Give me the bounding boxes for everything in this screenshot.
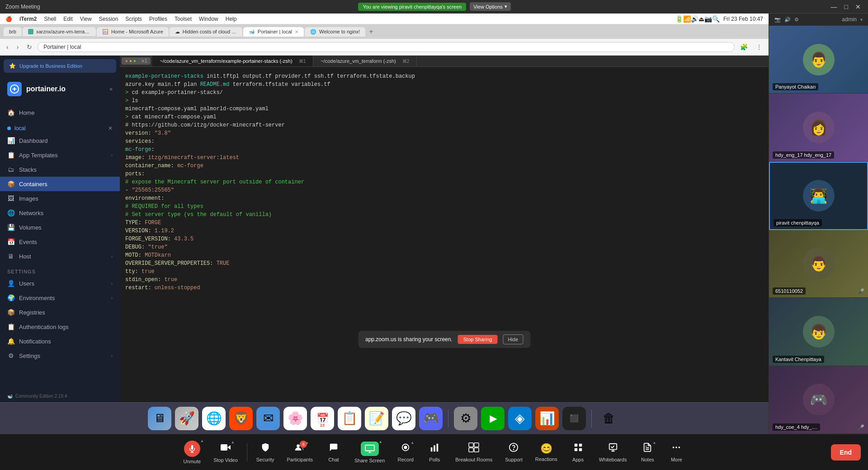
admin-dropdown-icon[interactable]: ▾ (860, 17, 863, 22)
dock-item-photos[interactable]: 🌸 (283, 407, 307, 430)
dock-item-code2[interactable]: ⬛ (562, 407, 586, 430)
toolbar-item-polls[interactable]: Polls (421, 439, 448, 466)
hide-button[interactable]: Hide (503, 334, 523, 344)
sidebar-item-images[interactable]: 🖼 Images (0, 191, 120, 206)
unmute-arrow-icon[interactable]: ▲ (200, 439, 204, 443)
dock-item-launchpad[interactable]: 🚀 (175, 407, 198, 430)
menubar-profiles[interactable]: Profiles (149, 16, 167, 22)
toolbar-item-participants[interactable]: 6 ▲ Participants (282, 439, 318, 466)
minimize-button[interactable]: — (829, 3, 839, 10)
menubar-view[interactable]: View (80, 16, 92, 22)
terminal-content[interactable]: example-portainer-stacks init.tftpl outp… (120, 67, 769, 293)
forward-button[interactable]: › (14, 42, 22, 52)
dock-item-iterm[interactable]: ▶ (481, 407, 505, 430)
stop-sharing-button[interactable]: Stop Sharing (458, 335, 498, 344)
sidebar-item-networks[interactable]: 🌐 Networks (0, 206, 120, 220)
browser-tab-nginx[interactable]: 🌐 Welcome to nginx! (305, 27, 365, 37)
menubar-toolset[interactable]: Toolset (175, 16, 192, 22)
svg-rect-19 (579, 443, 581, 446)
toolbar-item-more[interactable]: More (663, 439, 690, 466)
portainer-sidebar: ⭐ Upgrade to Business Edition portainer.… (0, 56, 120, 402)
sidebar-item-registries[interactable]: 📦 Registries (0, 305, 120, 320)
term-tab-2[interactable]: ~/code/azure_vm_terraform (-zsh) ⌘2 (313, 56, 417, 66)
toolbar-item-reactions[interactable]: 😊 Reactions (530, 439, 563, 465)
dock-item-discord[interactable]: 🎮 (419, 407, 443, 430)
toolbar-item-whiteboards[interactable]: Whiteboards (594, 439, 632, 466)
address-bar[interactable]: Portainer | local (38, 42, 735, 52)
new-tab-button[interactable]: + (366, 28, 376, 36)
menubar-window[interactable]: Window (199, 16, 218, 22)
dock-item-trash[interactable]: 🗑 (597, 407, 621, 430)
participant-video-2: 👩 hdy_eng_17 hdy_eng_17 (769, 94, 868, 161)
toolbar-item-security[interactable]: Security (251, 439, 280, 466)
sidebar-item-containers[interactable]: 📦 Containers (0, 177, 120, 191)
sidebar-item-events[interactable]: 📅 Events (0, 235, 120, 249)
dock-item-chrome[interactable]: 🌐 (202, 407, 226, 430)
sidebar-item-app-templates[interactable]: 📋 App Templates › (0, 148, 120, 162)
sidebar-item-auth-logs[interactable]: 📋 Authentication logs (0, 320, 120, 334)
sidebar-collapse-button[interactable]: « (109, 86, 113, 92)
browser-tab-portainer[interactable]: 🐋 Portainer | local ✕ (243, 27, 304, 37)
reload-button[interactable]: ↻ (24, 42, 35, 52)
sidebar-item-settings[interactable]: ⚙ Settings › (0, 348, 120, 363)
participants-arrow-icon[interactable]: ▲ (305, 441, 309, 445)
maximize-button[interactable]: □ (843, 3, 850, 10)
menubar-session[interactable]: Session (99, 16, 118, 22)
app-templates-arrow-icon: › (111, 153, 113, 158)
end-meeting-button[interactable]: End (831, 444, 861, 461)
term-line-1: example-portainer-stacks init.tftpl outp… (125, 72, 763, 80)
browser-tab-brb[interactable]: brb (4, 27, 22, 36)
menubar-edit[interactable]: Edit (63, 16, 73, 22)
view-options-button[interactable]: View Options ▾ (470, 2, 511, 11)
browser-menu-button[interactable]: ⋮ (753, 42, 765, 52)
sidebar-item-dashboard[interactable]: 📊 Dashboard (0, 133, 120, 148)
dock-item-notes[interactable]: 📝 (365, 407, 388, 430)
menubar-iterm2[interactable]: iTerm2 (19, 16, 37, 22)
back-button[interactable]: ‹ (4, 42, 11, 52)
dock-item-slack[interactable]: 💬 (392, 407, 415, 430)
toolbar-item-support[interactable]: Support (500, 439, 528, 466)
dock-item-vscode[interactable]: ◈ (508, 407, 532, 430)
toolbar-item-stop-video[interactable]: ▲ Stop Video (208, 438, 243, 466)
menubar-help[interactable]: Help (226, 16, 237, 22)
record-arrow-icon[interactable]: ▲ (410, 441, 414, 445)
dock-item-powerpoint[interactable]: 📊 (535, 407, 559, 430)
dock-item-system-prefs[interactable]: ⚙ (454, 407, 477, 430)
menubar-scripts[interactable]: Scripts (125, 16, 142, 22)
dock-item-brave[interactable]: 🦁 (229, 407, 253, 430)
dock-item-reminders[interactable]: 📋 (338, 407, 361, 430)
sidebar-item-stacks[interactable]: 🗂 Stacks (0, 162, 120, 177)
right-panel-top-bar: 📷 🔊 ⚙ admin ▾ (769, 14, 868, 26)
browser-tab-azure[interactable]: xarznx/azure-vm-terraform-port... (23, 27, 96, 36)
upgrade-banner[interactable]: ⭐ Upgrade to Business Edition (4, 59, 116, 73)
sidebar-item-host[interactable]: 🖥 Host › (0, 249, 120, 263)
browser-tab-cloud[interactable]: ☁ Hidden costs of cloud com... (170, 27, 242, 37)
sidebar-item-notifications[interactable]: 🔔 Notifications (0, 334, 120, 348)
toolbar-item-share-screen[interactable]: ▲ Share Screen (349, 438, 390, 467)
dock-item-calendar[interactable]: 📅 23 (311, 407, 334, 430)
toolbar-item-notes[interactable]: ▲ Notes (634, 439, 661, 466)
toolbar-item-record[interactable]: ▲ Record (392, 439, 419, 466)
toolbar-item-chat[interactable]: Chat (320, 439, 347, 466)
browser-tab-microsoft[interactable]: 🪟 Home - Microsoft Azure (97, 27, 169, 37)
menubar-shell[interactable]: Shell (44, 16, 56, 22)
term-tab-1[interactable]: ~/code/azure_vm_terraform/example-portai… (152, 56, 313, 66)
extensions-button[interactable]: 🧩 (737, 42, 750, 52)
dock-item-finder[interactable]: 🖥 (148, 407, 171, 430)
toolbar-item-unmute[interactable]: ▲ Unmute (178, 437, 207, 468)
apps-icon (573, 442, 583, 455)
stop-video-arrow-icon[interactable]: ▲ (231, 440, 235, 444)
close-tab-portainer[interactable]: ✕ (295, 29, 298, 34)
toolbar-item-breakout-rooms[interactable]: Breakout Rooms (450, 439, 498, 466)
notes-arrow-icon[interactable]: ▲ (652, 441, 656, 445)
sidebar-item-environments[interactable]: 🌍 Environments › (0, 291, 120, 305)
sidebar-item-users[interactable]: 👤 Users › (0, 276, 120, 291)
close-button[interactable]: ✕ (854, 3, 863, 10)
toolbar-item-apps[interactable]: Apps (565, 439, 592, 466)
volumes-icon: 💾 (7, 224, 14, 231)
sidebar-section-close[interactable]: ✕ (108, 125, 113, 132)
dock-item-mail[interactable]: ✉ (256, 407, 280, 430)
sidebar-item-volumes[interactable]: 💾 Volumes (0, 220, 120, 235)
share-screen-arrow-icon[interactable]: ▲ (379, 440, 382, 444)
sidebar-item-home[interactable]: 🏠 Home (0, 105, 120, 120)
